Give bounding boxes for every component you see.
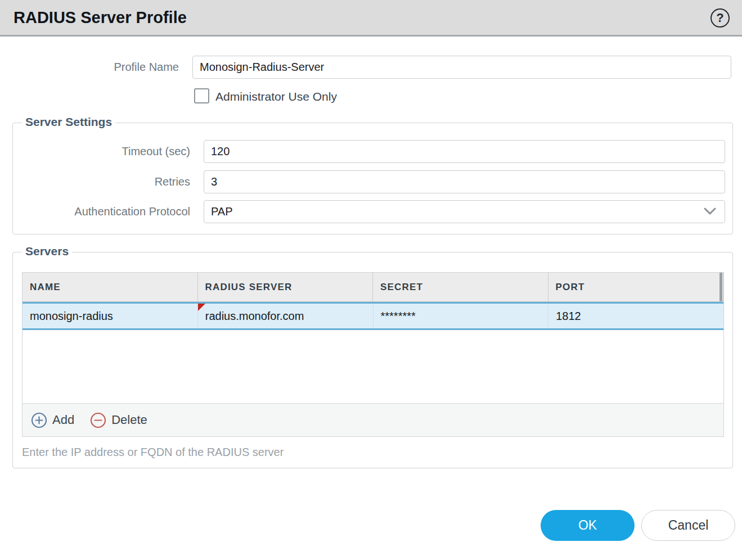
auth-protocol-select[interactable]: PAP [204, 200, 725, 223]
cancel-button[interactable]: Cancel [641, 510, 735, 541]
column-header-name[interactable]: NAME [23, 273, 198, 301]
plus-circle-icon [31, 412, 47, 428]
cell-port[interactable]: 1812 [548, 304, 723, 328]
add-button[interactable]: Add [31, 412, 74, 428]
table-row[interactable]: monosign-radius radius.monofor.com *****… [23, 302, 723, 330]
delete-button[interactable]: Delete [90, 412, 147, 428]
servers-legend: Servers [22, 245, 72, 258]
admin-only-checkbox[interactable] [194, 88, 209, 103]
cell-name[interactable]: monosign-radius [23, 304, 198, 328]
auth-protocol-row: Authentication Protocol PAP [13, 200, 732, 223]
timeout-label: Timeout (sec) [13, 140, 197, 163]
cell-secret[interactable]: ******** [374, 304, 549, 328]
column-header-radius-server[interactable]: RADIUS SERVER [198, 273, 374, 301]
auth-protocol-label: Authentication Protocol [13, 200, 197, 223]
cell-radius-server-text: radius.monofor.com [205, 310, 304, 322]
chevron-down-icon [703, 206, 717, 219]
retries-label: Retries [13, 170, 197, 193]
modified-indicator-icon [198, 304, 205, 311]
column-header-secret[interactable]: SECRET [373, 273, 548, 301]
page-title: RADIUS Server Profile [14, 0, 187, 35]
cell-radius-server[interactable]: radius.monofor.com [198, 304, 374, 328]
help-glyph: ? [716, 11, 723, 25]
retries-row: Retries [13, 170, 732, 193]
table-scrollbar[interactable] [719, 273, 722, 301]
dialog-header: RADIUS Server Profile ? [0, 0, 742, 37]
table-footer: Add Delete [23, 403, 723, 436]
servers-table: NAME RADIUS SERVER SECRET PORT monosign-… [22, 272, 724, 437]
servers-fieldset: Servers NAME RADIUS SERVER SECRET PORT m… [12, 252, 733, 468]
admin-only-row: Administrator Use Only [0, 88, 742, 105]
timeout-input[interactable] [204, 140, 725, 163]
auth-protocol-value: PAP [211, 201, 233, 223]
profile-name-input[interactable] [192, 56, 731, 79]
minus-circle-icon [90, 412, 106, 428]
column-header-port[interactable]: PORT [548, 273, 724, 301]
servers-table-header: NAME RADIUS SERVER SECRET PORT [23, 273, 723, 302]
radius-server-profile-dialog: RADIUS Server Profile ? Profile Name Adm… [0, 0, 742, 560]
delete-button-label: Delete [111, 413, 147, 427]
profile-name-row: Profile Name [0, 56, 742, 79]
retries-input[interactable] [204, 170, 725, 193]
profile-name-label: Profile Name [0, 56, 186, 79]
server-hint-text: Enter the IP address or FQDN of the RADI… [22, 446, 284, 459]
add-button-label: Add [52, 413, 74, 427]
help-icon[interactable]: ? [710, 8, 730, 28]
table-empty-area [23, 330, 723, 403]
timeout-row: Timeout (sec) [13, 140, 732, 163]
admin-only-label: Administrator Use Only [215, 88, 337, 105]
ok-button[interactable]: OK [541, 510, 635, 541]
server-settings-fieldset: Server Settings Timeout (sec) Retries Au… [12, 123, 733, 234]
server-settings-legend: Server Settings [22, 115, 115, 129]
